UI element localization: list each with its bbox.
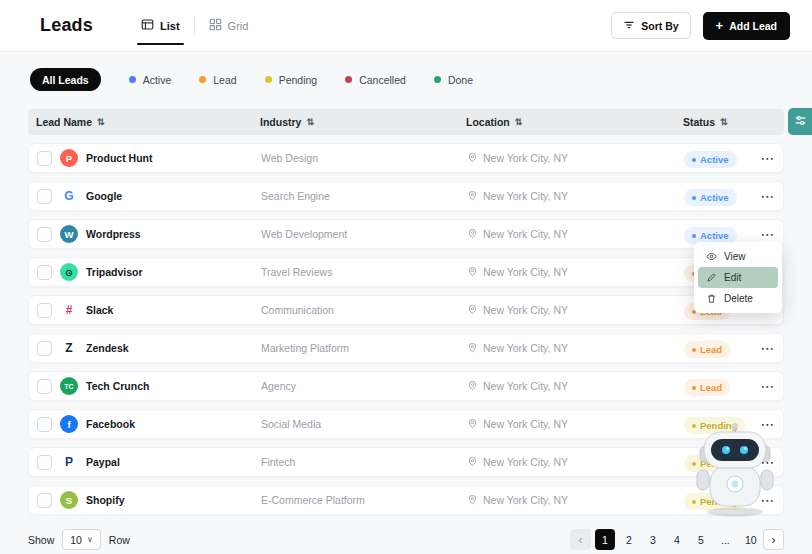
lead-name: Facebook [86,418,135,430]
context-menu-delete[interactable]: Delete [698,288,778,309]
status-badge: Active [684,151,737,168]
location-pin-icon [467,149,478,167]
lead-name-cell: W Wordpress [37,225,261,243]
context-menu-view-label: View [724,251,746,262]
page-button-3[interactable]: 3 [643,529,663,550]
tab-grid[interactable]: Grid [195,0,263,51]
page-button-1[interactable]: 1 [595,529,615,550]
industry-cell: Social Media [261,418,467,430]
status-filter-cancelled[interactable]: Cancelled [345,74,406,86]
lead-name: Shopify [86,494,125,506]
rows-per-page-select[interactable]: 10 ∨ [62,529,101,550]
list-view-icon [141,18,154,33]
pencil-icon [706,272,717,283]
status-badge: Active [684,189,737,206]
status-filter-active[interactable]: Active [129,74,172,86]
row-checkbox[interactable] [37,379,52,394]
filter-dot [199,76,206,83]
location-cell: New York City, NY [467,491,684,509]
top-actions: Sort By + Add Lead [611,12,790,40]
page-button-5[interactable]: 5 [691,529,711,550]
techcrunch-logo-icon: TC [60,377,78,395]
pagination-next-button[interactable]: › [763,529,784,550]
context-menu-edit[interactable]: Edit [698,267,778,288]
status-dot [692,234,696,238]
lead-name-cell: G Google [37,187,261,205]
tripadvisor-logo-icon: ⊙ [60,263,78,281]
row-checkbox[interactable] [37,303,52,318]
lead-name: Slack [86,304,113,316]
add-lead-label: Add Lead [729,20,777,32]
row-checkbox[interactable] [37,189,52,204]
page-button-2[interactable]: 2 [619,529,639,550]
row-actions-button[interactable]: ⋯ [757,227,779,241]
column-header-status[interactable]: Status ⇅ [683,116,751,128]
google-logo-icon: G [60,187,78,205]
row-checkbox[interactable] [37,227,52,242]
row-checkbox[interactable] [37,151,52,166]
industry-cell: Web Development [261,228,467,240]
filter-label: Pending [279,74,318,86]
context-menu-view[interactable]: View [698,246,778,267]
row-checkbox[interactable] [37,493,52,508]
row-checkbox[interactable] [37,265,52,280]
filter-dot [129,76,136,83]
location-pin-icon [467,491,478,509]
table-row: S Shopify E-Commerce Platform New York C… [28,485,784,515]
filter-all-leads[interactable]: All Leads [30,68,101,91]
pagination-prev-button[interactable]: ‹ [570,529,591,550]
table-row: G Google Search Engine New York City, NY… [28,181,784,211]
column-header-lead-name[interactable]: Lead Name ⇅ [36,116,260,128]
location-cell: New York City, NY [467,225,684,243]
status-badge: Lead [684,379,730,396]
filter-dot [434,76,441,83]
location-text: New York City, NY [483,228,568,240]
row-actions-button[interactable]: ⋯ [757,341,779,355]
column-label: Status [683,116,715,128]
rows-per-page: Show 10 ∨ Row [28,529,130,550]
location-text: New York City, NY [483,304,568,316]
slack-logo-icon: # [60,301,78,319]
row-actions-button[interactable]: ⋯ [757,151,779,165]
page-button-10[interactable]: 10 [739,529,759,550]
page-button-4[interactable]: 4 [667,529,687,550]
page-button-...[interactable]: ... [715,529,735,550]
product-hunt-logo-icon: P [60,149,78,167]
sort-by-label: Sort By [641,20,678,32]
sort-by-button[interactable]: Sort By [611,12,690,39]
sliders-icon [794,114,807,130]
location-pin-icon [467,301,478,319]
table-row: W Wordpress Web Development New York Cit… [28,219,784,249]
row-checkbox[interactable] [37,341,52,356]
table-filter-settings-button[interactable] [788,108,812,135]
row-checkbox[interactable] [37,455,52,470]
pagination-pages: 12345...10 [595,529,759,550]
row-actions-button[interactable]: ⋯ [757,379,779,393]
lead-name-cell: Z Zendesk [37,339,261,357]
status-label: Lead [700,344,722,355]
actions-cell: ⋯ [752,341,783,355]
filter-label: Active [143,74,172,86]
industry-cell: Agency [261,380,467,392]
row-checkbox[interactable] [37,417,52,432]
table-footer: Show 10 ∨ Row ‹ 12345...10 › [0,515,812,550]
wordpress-logo-icon: W [60,225,78,243]
location-text: New York City, NY [483,380,568,392]
chevron-down-icon: ∨ [87,535,93,544]
view-tabs: List Grid [127,0,262,51]
row-actions-button[interactable]: ⋯ [757,189,779,203]
status-filter-pending[interactable]: Pending [265,74,318,86]
industry-cell: Web Design [261,152,467,164]
tab-list[interactable]: List [127,0,194,51]
lead-name-cell: S Shopify [37,491,261,509]
industry-cell: Travel Reviews [261,266,467,278]
status-label: Active [700,192,729,203]
column-header-location[interactable]: Location ⇅ [466,116,683,128]
lead-name: Google [86,190,122,202]
add-lead-button[interactable]: + Add Lead [703,12,790,40]
status-filter-lead[interactable]: Lead [199,74,236,86]
lead-name-cell: TC Tech Crunch [37,377,261,395]
status-filter-done[interactable]: Done [434,74,473,86]
column-header-industry[interactable]: Industry ⇅ [260,116,466,128]
pagination: ‹ 12345...10 › [570,529,784,550]
